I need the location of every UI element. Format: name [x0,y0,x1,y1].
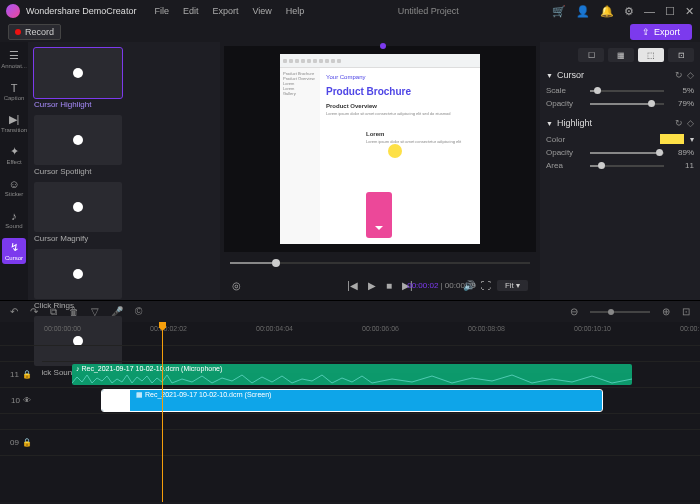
record-label: Record [25,27,54,37]
export-icon: ⇪ [642,27,650,37]
play-icon[interactable]: ▶ [368,280,376,291]
tool-sound[interactable]: ♪Sound [2,206,26,232]
tool-cursor[interactable]: ↯Cursor [2,238,26,264]
zoom-fit-icon[interactable]: ⊡ [682,306,690,317]
asset-panel: Cursor Highlight Cursor Spotlight Cursor… [28,42,220,300]
clip-audio[interactable]: ♪ Rec_2021-09-17 10-02-10.dcrn (Micropho… [72,364,632,385]
canvas[interactable]: Product Brochure Product Overview Lorem … [224,46,536,252]
properties-panel: ☐ ▦ ⬚ ⊡ ▼Cursor↻◇ Scale5% Opacity79% ▼Hi… [540,42,700,300]
phone-graphic [366,192,392,238]
highlight-cursor-icon [388,144,402,158]
zoom-slider[interactable] [590,311,650,313]
track-audio[interactable]: ♪ Rec_2021-09-17 10-02-10.dcrn (Micropho… [42,362,700,388]
notify-icon[interactable]: 🔔 [600,5,614,18]
track-video[interactable]: ▦ Rec_2021-09-17 10-02-10.dcrn (Screen) [42,388,700,414]
export-label: Export [654,27,680,37]
close-icon[interactable]: ✕ [685,5,694,18]
panel-tab-1[interactable]: ☐ [578,48,604,62]
app-logo [6,4,20,18]
menu-bar: File Edit Export View Help [154,6,304,16]
settings-icon[interactable]: ⚙ [624,5,634,18]
time-ruler[interactable]: 00:00:00:00 00:00:02:02 00:00:04:04 00:0… [42,322,700,346]
eye-icon[interactable]: 👁 [23,396,31,405]
maximize-icon[interactable]: ☐ [665,5,675,18]
menu-view[interactable]: View [252,6,271,16]
tool-annotate[interactable]: ☰Annotat... [2,46,26,72]
timeline: 11🔒 10👁 09🔒 00:00:00:00 00:00:02:02 00:0… [0,322,700,502]
lock-icon[interactable]: 🔒 [22,370,32,379]
prev-icon[interactable]: |◀ [347,280,358,291]
cart-icon[interactable]: 🛒 [552,5,566,18]
cursor-opacity-slider[interactable] [590,103,664,105]
panel-tab-2[interactable]: ▦ [608,48,634,62]
asset-cursor-highlight[interactable]: Cursor Highlight [34,48,122,109]
tool-transition[interactable]: ▶|Transition [2,110,26,136]
minimize-icon[interactable]: — [644,5,655,17]
preview-panel: Product Brochure Product Overview Lorem … [220,42,540,300]
tool-effect[interactable]: ✦Effect [2,142,26,168]
asset-cursor-magnify[interactable]: Cursor Magnify [34,182,122,243]
undo-icon[interactable]: ↶ [10,306,18,317]
keyframe-icon[interactable]: ◇ [687,118,694,128]
chevron-down-icon[interactable]: ▾ [690,135,694,144]
keyframe-icon[interactable]: ◇ [687,70,694,80]
fullscreen-icon[interactable]: ⛶ [481,280,491,291]
clip-video[interactable]: ▦ Rec_2021-09-17 10-02-10.dcrn (Screen) [102,390,602,411]
snapshot-icon[interactable]: ◎ [232,280,241,291]
record-dot-icon [15,29,21,35]
panel-tab-3[interactable]: ⬚ [638,48,664,62]
titlebar: Wondershare DemoCreator File Edit Export… [0,0,700,22]
playhead[interactable] [162,322,163,502]
app-name: Wondershare DemoCreator [26,6,136,16]
zoom-in-icon[interactable]: ⊕ [662,306,670,317]
left-toolbar: ☰Annotat... TCaption ▶|Transition ✦Effec… [0,42,28,300]
volume-icon[interactable]: 🔊 [463,280,475,291]
user-icon[interactable]: 👤 [576,5,590,18]
panel-tab-4[interactable]: ⊡ [668,48,694,62]
record-button[interactable]: Record [8,24,61,40]
copyright-icon[interactable]: © [135,306,142,317]
reset-icon[interactable]: ↻ [675,70,683,80]
section-cursor: ▼Cursor↻◇ Scale5% Opacity79% [546,70,694,108]
color-swatch[interactable] [660,134,684,144]
toolbar: Record ⇪ Export [0,22,700,42]
track-header-10[interactable]: 10👁 [0,388,42,414]
asset-click-rings[interactable]: Click Rings [34,249,122,310]
export-button[interactable]: ⇪ Export [630,24,692,40]
tool-sticker[interactable]: ☺Sticker [2,174,26,200]
menu-help[interactable]: Help [286,6,305,16]
section-highlight: ▼Highlight↻◇ Color▾ Opacity89% Area11 [546,118,694,170]
menu-file[interactable]: File [154,6,169,16]
tool-caption[interactable]: TCaption [2,78,26,104]
project-title: Untitled Project [304,6,552,16]
track-empty[interactable] [42,430,700,456]
track-header-09[interactable]: 09🔒 [0,430,42,456]
stop-icon[interactable]: ■ [386,280,392,291]
lock-icon[interactable]: 🔒 [22,438,32,447]
reset-icon[interactable]: ↻ [675,118,683,128]
menu-export[interactable]: Export [212,6,238,16]
zoom-fit-select[interactable]: Fit ▾ [497,280,528,291]
zoom-out-icon[interactable]: ⊖ [570,306,578,317]
scrubber[interactable] [230,262,530,264]
area-slider[interactable] [590,165,664,167]
preview-document: Product Brochure Product Overview Lorem … [280,54,480,244]
scale-slider[interactable] [590,90,664,92]
asset-cursor-spotlight[interactable]: Cursor Spotlight [34,115,122,176]
highlight-opacity-slider[interactable] [590,152,664,154]
menu-edit[interactable]: Edit [183,6,199,16]
